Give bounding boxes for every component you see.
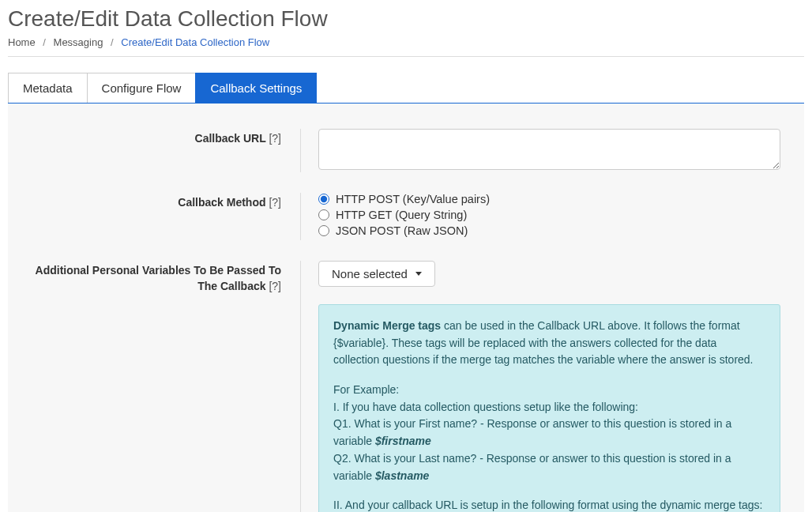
radio-json-post[interactable]: JSON POST (Raw JSON) <box>318 224 780 237</box>
tab-configure-flow[interactable]: Configure Flow <box>87 73 197 103</box>
dropdown-selected-label: None selected <box>332 267 408 280</box>
chevron-down-icon <box>415 272 422 276</box>
settings-panel: Callback URL [?] Callback Method [?] HTT… <box>8 104 804 512</box>
help-icon[interactable]: [?] <box>269 280 281 292</box>
breadcrumb-sep: / <box>43 36 46 48</box>
additional-vars-label: Additional Personal Variables To Be Pass… <box>32 261 300 512</box>
info-q1-var: $firstname <box>375 435 431 447</box>
breadcrumb-messaging[interactable]: Messaging <box>54 36 103 48</box>
radio-http-get[interactable]: HTTP GET (Query String) <box>318 209 780 221</box>
help-icon[interactable]: [?] <box>269 196 281 209</box>
merge-tags-info: Dynamic Merge tags can be used in the Ca… <box>318 304 780 512</box>
radio-json-post-label: JSON POST (Raw JSON) <box>336 224 468 237</box>
radio-http-post[interactable]: HTTP POST (Key/Value pairs) <box>318 193 780 205</box>
radio-http-post-label: HTTP POST (Key/Value pairs) <box>336 193 490 205</box>
info-q2-var: $lastname <box>375 469 429 482</box>
breadcrumb: Home / Messaging / Create/Edit Data Coll… <box>8 36 804 48</box>
info-lead-strong: Dynamic Merge tags <box>333 319 441 332</box>
help-icon[interactable]: [?] <box>269 132 281 145</box>
radio-http-get-input[interactable] <box>318 209 329 220</box>
callback-method-radios: HTTP POST (Key/Value pairs) HTTP GET (Qu… <box>318 193 780 237</box>
breadcrumb-sep: / <box>111 36 114 48</box>
breadcrumb-current: Create/Edit Data Collection Flow <box>121 36 269 48</box>
divider <box>8 56 804 57</box>
tab-callback-settings[interactable]: Callback Settings <box>195 73 317 103</box>
radio-json-post-input[interactable] <box>318 225 329 236</box>
breadcrumb-home[interactable]: Home <box>8 36 36 48</box>
callback-url-label: Callback URL [?] <box>32 129 300 172</box>
additional-vars-dropdown[interactable]: None selected <box>318 261 435 287</box>
page-title: Create/Edit Data Collection Flow <box>8 6 804 32</box>
callback-method-label: Callback Method [?] <box>32 193 300 240</box>
tab-metadata[interactable]: Metadata <box>8 73 88 103</box>
radio-http-post-input[interactable] <box>318 194 329 205</box>
radio-http-get-label: HTTP GET (Query String) <box>336 209 467 221</box>
info-part2-prefix: II. And your callback URL is setup in th… <box>333 497 765 512</box>
callback-url-input[interactable] <box>318 129 780 170</box>
tab-bar: Metadata Configure Flow Callback Setting… <box>8 73 804 104</box>
info-example-header: For Example: <box>333 382 765 399</box>
info-line1: I. If you have data collection questions… <box>333 399 765 416</box>
